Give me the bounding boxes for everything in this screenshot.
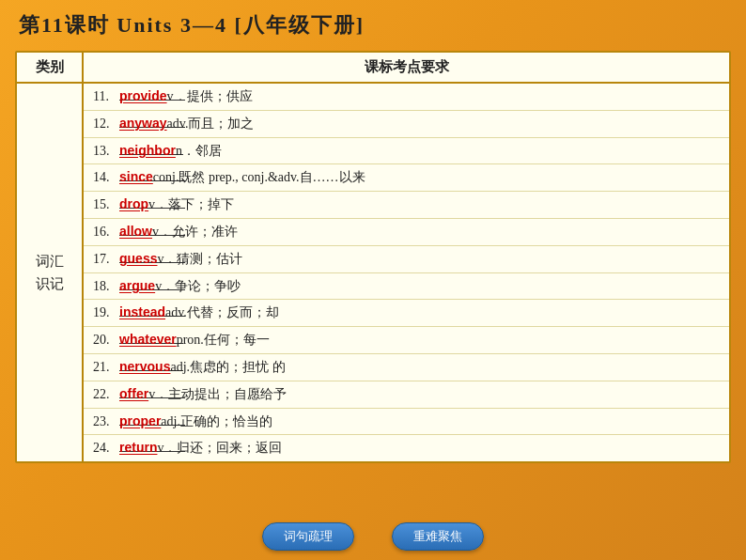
btn-key-focus[interactable]: 重难聚焦 [392, 522, 484, 551]
vocab-word: provide [119, 86, 167, 108]
vocab-definition: pron.任何；每一 [177, 329, 270, 351]
vocab-definition: v．提供；供应 [167, 86, 253, 108]
list-item: 21.nervous adj.焦虑的；担忧 的 [84, 354, 729, 381]
list-item: 23.proper adj.正确的；恰当的 [84, 409, 729, 436]
list-item: 16.allow v．允许；准许 [84, 219, 729, 246]
vocab-word: instead [119, 302, 165, 324]
vocab-content-cell: 11.provide v．提供；供应12.anyway adv.而且；加之13.… [83, 83, 729, 461]
list-item: 19.instead adv.代替；反而；却 [84, 300, 729, 327]
col-content-header: 课标考点要求 [83, 53, 729, 83]
vocab-word: neighbor [119, 140, 176, 163]
btn-word-review[interactable]: 词句疏理 [262, 522, 354, 551]
header-title: 第11课时 Units 3—4 [八年级下册] [19, 13, 365, 37]
vocab-number: 19. [93, 302, 119, 324]
vocab-number: 11. [93, 86, 119, 108]
list-item: 13.neighbor n．邻居 [84, 138, 729, 165]
vocab-number: 17. [93, 248, 119, 271]
vocab-definition: conj.既然 prep., conj.&adv.自……以来 [153, 166, 365, 189]
list-item: 14.since conj.既然 prep., conj.&adv.自……以来 [84, 164, 729, 192]
list-item: 24.return v．归还；回来；返回 [84, 435, 729, 461]
vocab-definition: v．允许；准许 [152, 221, 238, 243]
list-item: 15.drop v．落下；掉下 [84, 192, 729, 219]
list-item: 11.provide v．提供；供应 [84, 84, 729, 111]
vocab-number: 18. [93, 275, 119, 298]
vocab-definition: v．争论；争吵 [155, 275, 241, 298]
vocab-word: proper [119, 411, 161, 433]
vocab-word: argue [119, 275, 155, 298]
vocab-word: guess [119, 248, 157, 271]
vocab-number: 21. [93, 356, 119, 379]
list-item: 20.whatever pron.任何；每一 [84, 327, 729, 354]
vocab-definition: n．邻居 [176, 140, 222, 163]
list-item: 18.argue v．争论；争吵 [84, 273, 729, 301]
vocab-number: 23. [93, 411, 119, 433]
list-item: 12.anyway adv.而且；加之 [84, 111, 729, 138]
vocab-word: whatever [119, 329, 177, 351]
vocab-number: 15. [93, 194, 119, 216]
footer-buttons: 词句疏理 重难聚焦 [0, 522, 746, 551]
col-category-header: 类别 [17, 53, 83, 83]
vocab-word: offer [119, 383, 148, 406]
category-cell: 词汇识记 [17, 83, 83, 461]
vocab-number: 14. [93, 166, 119, 189]
vocab-definition: adv.而且；加之 [167, 113, 255, 135]
vocab-word: drop [119, 194, 148, 216]
vocab-definition: v．主动提出；自愿给予 [148, 383, 287, 406]
vocab-number: 13. [93, 140, 119, 163]
list-item: 17.guess v．猜测；估计 [84, 246, 729, 273]
main-content: 类别 课标考点要求 词汇识记 11.provide v．提供；供应12.anyw… [15, 51, 731, 463]
vocab-number: 12. [93, 113, 119, 135]
vocab-list: 11.provide v．提供；供应12.anyway adv.而且；加之13.… [84, 84, 729, 461]
vocab-number: 20. [93, 329, 119, 351]
list-item: 22.offer v．主动提出；自愿给予 [84, 381, 729, 409]
vocab-number: 22. [93, 383, 119, 406]
vocab-word: anyway [119, 113, 167, 135]
vocab-definition: v．落下；掉下 [148, 194, 234, 216]
vocab-word: since [119, 166, 153, 189]
table-header-row: 类别 课标考点要求 [17, 53, 729, 83]
vocab-definition: adv.代替；反而；却 [165, 302, 279, 324]
vocab-number: 24. [93, 437, 119, 459]
vocab-word: allow [119, 221, 152, 243]
vocab-definition: v．猜测；估计 [157, 248, 242, 271]
vocab-number: 16. [93, 221, 119, 243]
vocab-definition: v．归还；回来；返回 [157, 437, 282, 459]
vocab-word: return [119, 437, 157, 459]
vocab-word: nervous [119, 356, 170, 379]
table-row-main: 词汇识记 11.provide v．提供；供应12.anyway adv.而且；… [17, 83, 729, 461]
vocab-definition: adj.焦虑的；担忧 的 [170, 356, 285, 379]
vocab-definition: adj.正确的；恰当的 [161, 411, 272, 433]
page-header: 第11课时 Units 3—4 [八年级下册] [0, 0, 746, 47]
